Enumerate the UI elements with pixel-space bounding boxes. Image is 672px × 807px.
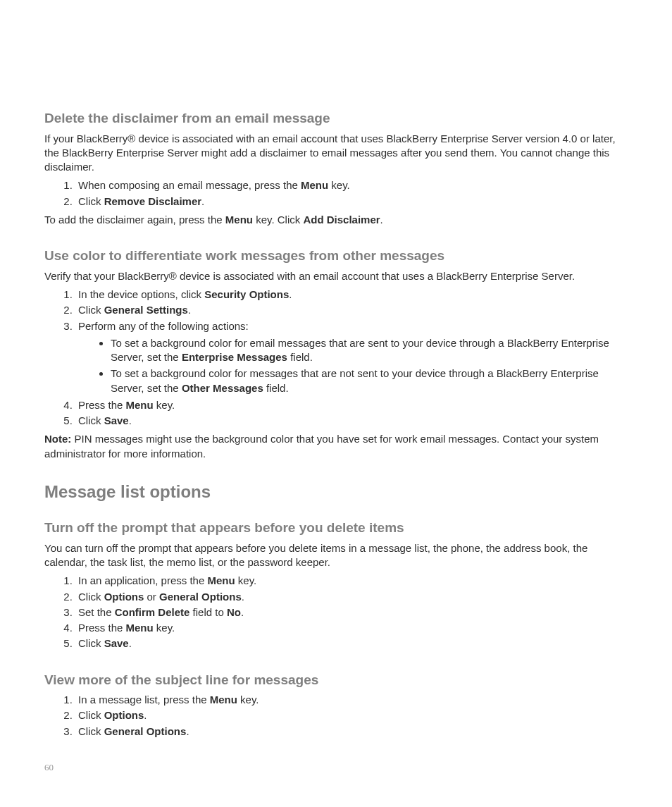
text: Set the: [78, 606, 115, 618]
save-label: Save: [104, 637, 129, 649]
section-use-color: Use color to differentiate work messages…: [44, 247, 628, 461]
text: or: [144, 591, 159, 603]
heading-delete-disclaimer: Delete the disclaimer from an email mess…: [44, 109, 628, 128]
text: Click: [78, 709, 104, 721]
step-text: key.: [328, 179, 350, 191]
heading-view-subject-line: View more of the subject line for messag…: [44, 671, 628, 689]
step-item: Press the Menu key.: [75, 398, 628, 412]
text: .: [186, 725, 189, 737]
other-messages-label: Other Messages: [182, 382, 263, 394]
text: To add the disclaimer again, press the: [44, 214, 225, 226]
text: Perform any of the following actions:: [78, 320, 249, 332]
document-page: { "section1": { "heading": "Delete the d…: [0, 0, 672, 787]
text: Press the: [78, 399, 126, 411]
note-label: Note:: [44, 433, 71, 445]
step-item: Perform any of the following actions: To…: [75, 319, 628, 395]
text: field.: [263, 382, 289, 394]
intro-text: You can turn off the prompt that appears…: [44, 541, 628, 570]
intro-text: If your BlackBerry® device is associated…: [44, 132, 628, 175]
page-number: 60: [44, 762, 54, 773]
text: In the device options, click: [78, 288, 204, 300]
step-item: Press the Menu key.: [75, 621, 628, 635]
step-item: In an application, press the Menu key.: [75, 574, 628, 588]
options-label: Options: [104, 591, 144, 603]
menu-key-label: Menu: [301, 179, 328, 191]
section-turn-off-prompt: Turn off the prompt that appears before …: [44, 519, 628, 651]
bullet-item: To set a background color for messages t…: [111, 366, 628, 395]
text: key.: [237, 694, 259, 706]
text: Click: [78, 725, 104, 737]
step-item: Click General Options.: [75, 725, 628, 739]
text: key.: [235, 574, 257, 586]
text: field.: [287, 351, 313, 363]
steps-list: In a message list, press the Menu key. C…: [44, 693, 628, 739]
text: In a message list, press the: [78, 694, 210, 706]
text: .: [289, 288, 292, 300]
steps-list: When composing an email message, press t…: [44, 178, 628, 209]
text: Click: [78, 637, 104, 649]
menu-key-label: Menu: [207, 574, 235, 586]
step-item: Click Remove Disclaimer.: [75, 195, 628, 209]
remove-disclaimer-label: Remove Disclaimer: [104, 195, 201, 207]
text: Press the: [78, 622, 126, 634]
heading-message-list-options: Message list options: [44, 481, 628, 503]
step-item: Click Save.: [75, 414, 628, 428]
note-text: Note: PIN messages might use the backgro…: [44, 432, 628, 461]
step-item: Click General Settings.: [75, 303, 628, 317]
text: .: [129, 637, 132, 649]
general-options-label: General Options: [159, 591, 242, 603]
general-options-label: General Options: [104, 725, 187, 737]
security-options-label: Security Options: [204, 288, 289, 300]
text: key. Click: [253, 214, 303, 226]
menu-key-label: Menu: [126, 399, 154, 411]
text: In an application, press the: [78, 574, 207, 586]
heading-use-color: Use color to differentiate work messages…: [44, 247, 628, 265]
text: .: [241, 606, 244, 618]
step-item: In the device options, click Security Op…: [75, 288, 628, 302]
text: key.: [154, 622, 175, 634]
menu-key-label: Menu: [210, 694, 237, 706]
bullet-list: To set a background color for email mess…: [78, 336, 628, 395]
step-item: When composing an email message, press t…: [75, 178, 628, 192]
text: Click: [78, 591, 104, 603]
note-body: PIN messages might use the background co…: [44, 433, 599, 459]
add-disclaimer-label: Add Disclaimer: [303, 214, 380, 226]
text: field to: [189, 606, 227, 618]
steps-list: In an application, press the Menu key. C…: [44, 574, 628, 651]
step-text: When composing an email message, press t…: [78, 179, 301, 191]
text: key.: [154, 399, 175, 411]
options-label: Options: [104, 709, 144, 721]
text: .: [242, 591, 244, 603]
confirm-delete-label: Confirm Delete: [115, 606, 190, 618]
no-value-label: No: [227, 606, 241, 618]
intro-text: Verify that your BlackBerry® device is a…: [44, 269, 628, 283]
text: .: [188, 304, 191, 316]
menu-key-label: Menu: [126, 622, 154, 634]
steps-list: In the device options, click Security Op…: [44, 288, 628, 428]
save-label: Save: [104, 414, 129, 426]
text: Click: [78, 414, 104, 426]
menu-key-label: Menu: [225, 214, 253, 226]
bullet-item: To set a background color for email mess…: [111, 336, 628, 365]
step-item: In a message list, press the Menu key.: [75, 693, 628, 707]
text: .: [129, 414, 132, 426]
step-item: Click Options or General Options.: [75, 590, 628, 604]
step-text: Click: [78, 195, 104, 207]
enterprise-messages-label: Enterprise Messages: [182, 351, 287, 363]
step-text: .: [201, 195, 204, 207]
section-delete-disclaimer: Delete the disclaimer from an email mess…: [44, 109, 628, 227]
general-settings-label: General Settings: [104, 304, 188, 316]
step-item: Click Options.: [75, 708, 628, 722]
step-item: Set the Confirm Delete field to No.: [75, 605, 628, 620]
text: .: [144, 709, 147, 721]
heading-turn-off-prompt: Turn off the prompt that appears before …: [44, 519, 628, 537]
text: .: [380, 214, 383, 226]
step-item: Click Save.: [75, 636, 628, 651]
text: Click: [78, 304, 104, 316]
section-view-subject-line: View more of the subject line for messag…: [44, 671, 628, 739]
followup-text: To add the disclaimer again, press the M…: [44, 213, 628, 227]
